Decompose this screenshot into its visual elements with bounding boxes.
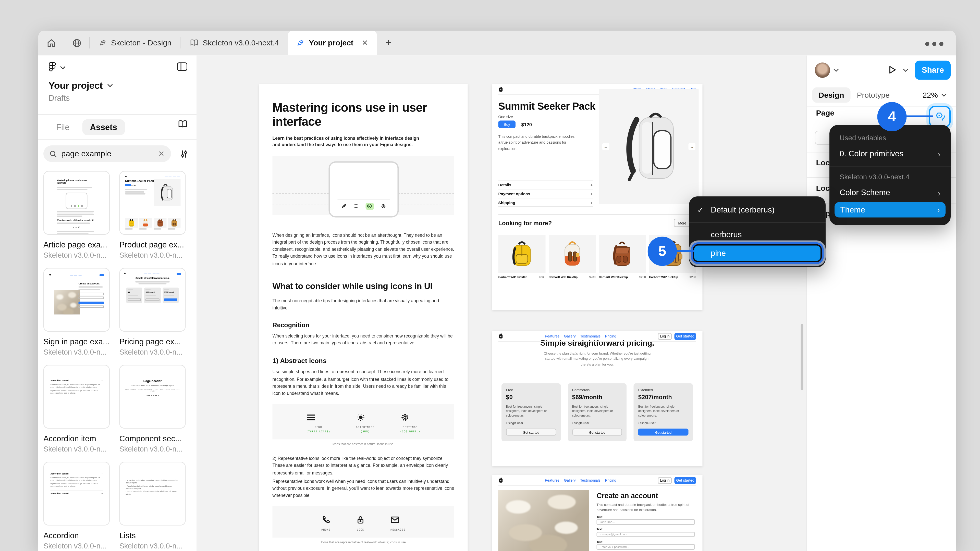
nav-link[interactable]: Features xyxy=(545,478,559,482)
annotation-connector xyxy=(675,250,694,252)
tab-your-project[interactable]: Your project ✕ xyxy=(288,30,377,55)
avatar[interactable] xyxy=(815,62,830,78)
asset-card-product-page[interactable]: ⚉ Summit Seeker Pack $120 xyxy=(119,171,186,259)
frame-signin-page[interactable]: Features Gallery Testimonials Pricing Lo… xyxy=(492,475,703,551)
home-icon[interactable] xyxy=(38,30,64,55)
plan-card-free: Free $0 Best for freelancers, single des… xyxy=(501,383,561,441)
figma-menu-button[interactable] xyxy=(48,62,66,73)
canvas-scrollbar[interactable] xyxy=(801,324,803,390)
window-more-icon[interactable]: ●●● xyxy=(924,30,945,56)
menu-divider xyxy=(829,166,951,167)
menu-section-header: Skeleton v3.0.0-next.4 xyxy=(829,170,951,184)
brightness-icon xyxy=(356,413,366,422)
filter-sliders-icon[interactable] xyxy=(176,149,191,158)
product-card[interactable]: Carhartt WIP Kickflip$230 xyxy=(549,235,595,278)
project-title-dropdown[interactable]: Your project xyxy=(48,80,113,91)
asset-card-pricing-page[interactable]: ⚉ Simple straightforward pricing. $0 $69… xyxy=(119,268,186,356)
accordion-row-payment[interactable]: Payment options+ xyxy=(498,189,593,198)
plan-cta-button[interactable]: Get started xyxy=(572,429,622,436)
submenu-item-pine-selected[interactable]: pine xyxy=(693,245,822,262)
assets-grid: Mastering icons use in user interface Wh… xyxy=(43,171,186,550)
figma-logo-icon xyxy=(48,62,56,73)
signup-hero-image xyxy=(498,490,589,551)
search-input[interactable]: page example ✕ xyxy=(43,145,171,162)
book-open-icon xyxy=(353,203,358,209)
chevron-right-icon: › xyxy=(937,205,940,214)
asset-thumbnail: ⚉ Simple straightforward pricing. $0 $69… xyxy=(119,268,186,332)
name-field[interactable]: John Doe... xyxy=(597,519,695,525)
canvas[interactable]: Mastering icons use in user interface Le… xyxy=(197,56,807,551)
chevron-down-icon xyxy=(941,93,947,97)
pen-nib-icon xyxy=(99,39,107,47)
asset-card-signin-page[interactable]: ⚉ Create an account Sign in p xyxy=(43,268,110,356)
carousel-next-icon[interactable]: → xyxy=(689,143,696,150)
representative-icons-gallery: PHONE LOCK MESSAGES xyxy=(272,507,455,538)
asset-card-lists[interactable]: • Id maxime optio soluta placeat ea eaqu… xyxy=(119,462,186,550)
asset-thumbnail: ⚉ Create an account xyxy=(43,268,110,332)
frame-product-page[interactable]: Shop About Blog Account Bag Summit Seeke… xyxy=(492,84,703,310)
menu-section-header: Used variables xyxy=(829,131,951,145)
new-tab-button[interactable]: + xyxy=(377,30,400,55)
product-card[interactable]: Carhartt WIP Kickflip$230 xyxy=(498,235,546,278)
menu-item-color-scheme[interactable]: Color Scheme› xyxy=(829,184,951,201)
screen: Skeleton - Design Skeleton v3.0.0-next.4… xyxy=(0,0,980,551)
get-started-button[interactable]: Get started xyxy=(675,333,696,340)
menu-item-theme-active[interactable]: Theme› xyxy=(835,202,945,218)
asset-card-article-page[interactable]: Mastering icons use in user interface Wh… xyxy=(43,171,110,259)
product-title: Summit Seeker Pack xyxy=(498,101,595,112)
accordion-row-shipping[interactable]: Shipping+ xyxy=(498,198,593,206)
present-play-icon[interactable] xyxy=(887,65,898,76)
accordion-row-details[interactable]: Details+ xyxy=(498,180,593,189)
login-button[interactable]: Log in xyxy=(658,333,672,340)
tab-file[interactable]: File xyxy=(48,119,77,135)
frame-article-page[interactable]: Mastering icons use in user interface Le… xyxy=(259,84,468,551)
nav-link[interactable]: Pricing xyxy=(605,478,616,482)
zoom-level-dropdown[interactable]: 22% xyxy=(923,91,951,100)
get-started-button[interactable]: Get started xyxy=(675,477,696,484)
divider xyxy=(38,139,197,140)
nav-link[interactable]: Testimonials xyxy=(580,334,600,338)
frame-pricing-page[interactable]: Features Gallery Testimonials Pricing Lo… xyxy=(492,331,703,466)
asset-card-accordion[interactable]: Accordion control− Lorem ipsum dolor, si… xyxy=(43,462,110,550)
annotation-step-5: 5 xyxy=(648,237,677,266)
carousel-prev-icon[interactable]: ← xyxy=(602,143,609,150)
asset-card-component-section[interactable]: Page header Provides a robust set of non… xyxy=(119,365,186,453)
nav-link[interactable]: Gallery xyxy=(564,334,576,338)
plan-cta-button[interactable]: Get started xyxy=(506,429,556,436)
search-icon xyxy=(50,150,57,157)
tab-skeleton-design[interactable]: Skeleton - Design xyxy=(90,30,180,55)
nav-link[interactable]: Features xyxy=(545,334,559,338)
asset-thumbnail: Accordion control− Lorem ipsum dolor, si… xyxy=(43,462,110,526)
chevron-right-icon: › xyxy=(938,149,940,159)
buy-button[interactable]: Buy xyxy=(498,121,516,128)
nav-link[interactable]: Pricing xyxy=(605,334,616,338)
close-tab-icon[interactable]: ✕ xyxy=(362,38,368,47)
login-button[interactable]: Log in xyxy=(658,477,672,484)
browser-tabbar: Skeleton - Design Skeleton v3.0.0-next.4… xyxy=(38,30,956,56)
product-card[interactable]: Carhartt WIP Kickflip$230 xyxy=(599,235,646,278)
nav-link[interactable]: Testimonials xyxy=(580,478,600,482)
chevron-down-icon xyxy=(833,68,839,72)
tab-design[interactable]: Design xyxy=(812,87,851,103)
plan-cta-button[interactable]: Get started xyxy=(638,429,689,436)
submenu-item-cerberus[interactable]: cerberus xyxy=(689,227,826,243)
book-icon xyxy=(190,39,198,47)
tab-assets[interactable]: Assets xyxy=(82,119,125,135)
variables-dropdown-menu: Used variables 0. Color primitives› Skel… xyxy=(829,125,951,225)
share-button[interactable]: Share xyxy=(915,60,951,79)
plan-card-commercial: Commercial $69/month Best for freelancer… xyxy=(568,383,627,441)
password-field[interactable]: Enter your password... xyxy=(597,544,695,549)
asset-card-accordion-item[interactable]: Accordion control− Lorem ipsum dolor, si… xyxy=(43,365,110,453)
nav-link[interactable]: Gallery xyxy=(564,478,576,482)
tab-prototype[interactable]: Prototype xyxy=(851,87,896,103)
email-field[interactable]: example@gmail.com... xyxy=(597,532,695,537)
menu-item-color-primitives[interactable]: 0. Color primitives› xyxy=(829,145,951,162)
clear-search-icon[interactable]: ✕ xyxy=(158,149,165,158)
library-book-icon[interactable] xyxy=(178,120,188,128)
store-logo-icon xyxy=(498,477,504,483)
globe-icon[interactable] xyxy=(64,30,89,55)
tab-skeleton-library[interactable]: Skeleton v3.0.0-next.4 xyxy=(181,30,288,55)
submenu-item-default[interactable]: ✓ Default (cerberus) xyxy=(689,202,826,218)
asset-thumbnail: Page header Provides a robust set of non… xyxy=(119,365,186,429)
toggle-sidebar-icon[interactable] xyxy=(177,62,188,72)
